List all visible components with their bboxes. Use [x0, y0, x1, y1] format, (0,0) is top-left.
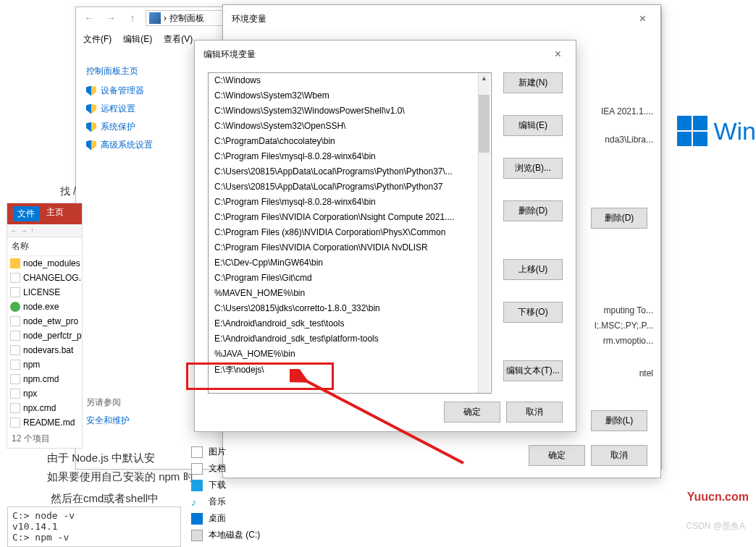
close-icon[interactable]: ×: [549, 46, 567, 62]
column-name[interactable]: 名称: [7, 237, 82, 256]
env-value-fragment: ntel: [639, 368, 653, 378]
terminal: C:> node -v v10.14.1 C:> npm -v: [7, 506, 181, 547]
sidebar-remote[interactable]: 远程设置: [86, 103, 175, 115]
menu-view[interactable]: 查看(V): [164, 33, 193, 46]
file-item[interactable]: node_perfctr_p: [7, 328, 82, 343]
path-item[interactable]: C:\Program Files\NVIDIA Corporation\NVID…: [209, 240, 491, 255]
path-item[interactable]: E:\Android\android_sdk_test\tools: [209, 316, 491, 331]
path-item[interactable]: C:\Windows: [209, 73, 491, 88]
path-item[interactable]: C:\Program Files\NVIDIA Corporation\Nsig…: [209, 210, 491, 225]
quick-access-item[interactable]: 文档: [184, 460, 293, 477]
file-item[interactable]: node_etw_pro: [7, 314, 82, 328]
sidebar-protection[interactable]: 系统保护: [86, 121, 175, 133]
doc-icon: [10, 287, 20, 297]
quick-access-item[interactable]: 桌面: [184, 510, 293, 527]
file-item[interactable]: CHANGELOG.: [7, 271, 82, 285]
quick-access-item[interactable]: 下载: [184, 477, 293, 493]
path-item[interactable]: %MAVEN_HOME%\bin: [209, 286, 491, 301]
doc-icon: [10, 403, 20, 413]
find-text: 找 /: [60, 185, 76, 198]
sidebar-advanced[interactable]: 高级系统设置: [86, 139, 175, 151]
doc-icon: [10, 360, 20, 370]
file-item[interactable]: node.exe: [7, 300, 82, 314]
path-item[interactable]: E:\李\nodejs\: [209, 362, 491, 379]
quick-access: 图片文档下载♪音乐桌面本地磁盘 (C:): [184, 444, 293, 543]
control-panel-icon: [149, 12, 161, 24]
delete-button[interactable]: 删除(D): [591, 208, 647, 229]
path-list[interactable]: C:\WindowsC:\Windows\System32\WbemC:\Win…: [208, 72, 492, 394]
move-up-button[interactable]: 上移(U): [503, 259, 563, 280]
path-item[interactable]: C:\Users\20815\jdks\corretto-1.8.0_332\b…: [209, 301, 491, 316]
dialog-titlebar: 环境变量 ×: [223, 5, 660, 33]
explorer-toolbar: ← → ↑: [7, 224, 82, 237]
sidebar-device-manager[interactable]: 设备管理器: [86, 85, 175, 97]
shield-icon: [86, 104, 96, 114]
quick-access-item[interactable]: ♪音乐: [184, 493, 293, 510]
quick-access-item[interactable]: 图片: [184, 444, 293, 460]
nav-forward-icon[interactable]: →: [102, 9, 119, 27]
nav-up-icon[interactable]: ↑: [30, 226, 34, 234]
nav-back-icon[interactable]: ←: [10, 226, 17, 234]
file-item[interactable]: npm: [7, 357, 82, 372]
browse-button[interactable]: 浏览(B)...: [503, 158, 563, 179]
terminal-line: v10.14.1: [12, 521, 176, 532]
menu-file[interactable]: 文件(F): [83, 33, 112, 46]
file-item[interactable]: node_modules: [7, 256, 82, 271]
path-item[interactable]: C:\Program Files\mysql-8.0.28-winx64\bin: [209, 195, 491, 210]
doc-icon: [191, 446, 203, 458]
sidebar: 控制面板主页 设备管理器 远程设置 系统保护 高级系统设置: [76, 58, 185, 164]
env-value-fragment: nda3\Libra...: [605, 135, 653, 145]
background-right: Win: [662, 0, 756, 547]
file-item[interactable]: npx: [7, 386, 82, 401]
scroll-up-icon[interactable]: ▲: [479, 73, 490, 84]
path-item[interactable]: E:\C\Dev-Cpp\MinGW64\bin: [209, 255, 491, 271]
path-item[interactable]: C:\Windows\System32\Wbem: [209, 88, 491, 103]
delete-l-button[interactable]: 删除(L): [591, 410, 647, 431]
cancel-button[interactable]: 取消: [506, 402, 563, 423]
path-item[interactable]: %JAVA_HOME%\bin: [209, 347, 491, 362]
see-also-label: 另请参阅: [86, 397, 130, 409]
windows-text: Win: [713, 117, 756, 145]
tab-file[interactable]: 文件: [13, 206, 39, 221]
file-item[interactable]: npm.cmd: [7, 372, 82, 386]
edit-text-button[interactable]: 编辑文本(T)...: [503, 360, 563, 381]
path-item[interactable]: E:\Android\android_sdk_test\platform-too…: [209, 331, 491, 347]
music-icon: ♪: [191, 496, 203, 508]
terminal-line: C:> npm -v: [12, 532, 176, 543]
ok-button[interactable]: 确定: [529, 445, 585, 466]
scrollbar[interactable]: ▲: [478, 73, 490, 393]
disk-icon: [191, 530, 203, 541]
quick-access-item[interactable]: 本地磁盘 (C:): [184, 527, 293, 543]
status-bar: 12 个项目: [7, 430, 82, 448]
sidebar-home[interactable]: 控制面板主页: [86, 65, 175, 77]
move-down-button[interactable]: 下移(O): [503, 302, 563, 323]
file-item[interactable]: nodevars.bat: [7, 343, 82, 357]
shield-icon: [86, 140, 96, 150]
path-item[interactable]: C:\Windows\System32\OpenSSH\: [209, 119, 491, 134]
scrollbar-thumb[interactable]: [479, 95, 490, 153]
path-item[interactable]: C:\Program Files\Git\cmd: [209, 271, 491, 286]
nav-forward-icon[interactable]: →: [20, 226, 28, 234]
edit-button[interactable]: 编辑(E): [503, 115, 563, 136]
path-item[interactable]: C:\Users\20815\AppData\Local\Programs\Py…: [209, 179, 491, 195]
tab-home[interactable]: 主页: [46, 206, 64, 221]
path-item[interactable]: C:\Program Files\mysql-8.0.28-winx64\bin: [209, 149, 491, 164]
path-item[interactable]: C:\Users\20815\AppData\Local\Programs\Py…: [209, 164, 491, 179]
nav-back-icon[interactable]: ←: [80, 9, 98, 27]
menu-edit[interactable]: 编辑(E): [123, 33, 152, 46]
cancel-button[interactable]: 取消: [591, 445, 647, 466]
windows-logo: Win: [677, 116, 756, 146]
nav-up-icon[interactable]: ↑: [124, 9, 141, 27]
security-link[interactable]: 安全和维护: [86, 415, 130, 427]
file-item[interactable]: npx.cmd: [7, 401, 82, 415]
file-item[interactable]: LICENSE: [7, 285, 82, 300]
file-item[interactable]: README.md: [7, 415, 82, 430]
ok-button[interactable]: 确定: [444, 402, 500, 423]
path-item[interactable]: C:\Windows\System32\WindowsPowerShell\v1…: [209, 103, 491, 119]
doc-icon: [10, 389, 20, 399]
path-item[interactable]: C:\Program Files (x86)\NVIDIA Corporatio…: [209, 225, 491, 240]
close-icon[interactable]: ×: [634, 11, 652, 27]
new-button[interactable]: 新建(N): [503, 72, 563, 93]
path-item[interactable]: C:\ProgramData\chocolatey\bin: [209, 134, 491, 149]
delete-button[interactable]: 删除(D): [503, 200, 563, 221]
